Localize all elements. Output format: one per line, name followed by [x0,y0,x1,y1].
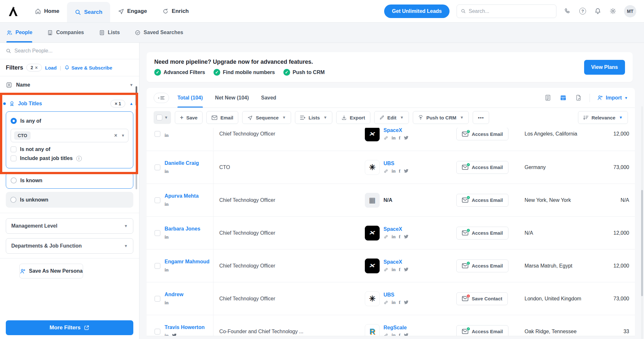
row-checkbox[interactable] [155,165,160,170]
linkedin-icon[interactable]: in [392,300,396,305]
twitter-icon[interactable] [404,169,409,173]
sidebar-scrollbar[interactable] [136,109,137,189]
departments-select[interactable]: Departments & Job Function ▼ [6,238,133,254]
twitter-icon[interactable] [404,333,409,336]
collapse-filters-button[interactable]: ‹ [154,93,169,103]
row-checkbox[interactable] [155,329,160,334]
link-icon[interactable] [384,300,388,305]
row-checkbox[interactable] [155,197,160,203]
radio-unselected-icon[interactable] [11,177,17,184]
import-button[interactable]: Import ▼ [597,95,628,101]
facebook-icon[interactable]: f [399,234,401,240]
tab-lists[interactable]: Lists [99,23,120,42]
access-email-button[interactable]: ✓Access Email [456,161,508,174]
link-icon[interactable] [384,267,388,272]
option-is-unknown[interactable]: Is unknown [10,195,129,204]
access-email-button[interactable]: ✓Access Email [456,194,508,207]
company-logo[interactable] [365,160,380,175]
select-all-checkbox[interactable] [156,115,162,120]
job-titles-count-pill[interactable]: × 1 [110,100,125,108]
row-checkbox[interactable] [155,296,160,302]
company-name-link[interactable]: SpaceX [384,226,409,232]
save-as-new-persona-button[interactable]: Save As New Persona [19,264,83,278]
management-level-select[interactable]: Management Level ▼ [6,218,133,234]
tab-saved[interactable]: Saved [261,88,276,108]
search-people-box[interactable] [0,43,139,59]
job-title-chip[interactable]: CTO [14,131,31,140]
linkedin-icon[interactable]: in [392,168,396,174]
twitter-icon[interactable] [404,268,409,272]
linkedin-icon[interactable]: in [165,133,169,138]
nav-tab-engage[interactable]: Engage [110,0,155,22]
linkedin-icon[interactable]: in [165,234,169,240]
more-filters-button[interactable]: More Filters [6,320,133,335]
settings-button[interactable] [609,7,617,15]
export-button[interactable]: Export [336,111,370,124]
job-title-tag-input[interactable]: CTO × ▼ [11,129,128,142]
radio-unselected-icon[interactable] [10,197,16,203]
facebook-icon[interactable]: f [399,267,401,272]
person-name-link[interactable]: Travis Howerton [165,325,210,330]
access-email-button[interactable]: ✓Access Email [456,128,508,140]
facebook-icon[interactable]: f [399,135,401,141]
company-name-link[interactable]: SpaceX [384,128,409,133]
access-email-button[interactable]: ✓Access Email [456,325,508,336]
row-checkbox[interactable] [155,263,160,269]
option-include-past-titles[interactable]: Include past job titles i [11,154,128,163]
tab-net-new[interactable]: Net New (104) [215,88,249,108]
chevron-up-icon[interactable]: ▲ [129,101,133,106]
company-name-link[interactable]: SpaceX [384,259,409,265]
nav-tab-search[interactable]: Search [67,2,110,22]
notifications-button[interactable] [594,7,602,15]
person-name-link[interactable]: Apurva Mehta [165,193,210,199]
info-icon[interactable]: i [76,156,82,161]
twitter-icon[interactable] [404,300,409,305]
save-subscribe-button[interactable]: Save & Subscribe [64,65,112,71]
main-scrollbar[interactable] [641,106,643,339]
clear-tags-icon[interactable]: × [114,133,117,138]
list-view-button[interactable] [544,94,552,102]
save-button[interactable]: +Save [175,111,203,124]
access-email-button[interactable]: ✓Access Email [456,227,508,240]
twitter-icon[interactable] [404,136,409,140]
sequence-button[interactable]: Sequence ▼ [242,111,291,124]
link-icon[interactable] [384,333,388,336]
linkedin-icon[interactable]: in [165,169,169,174]
filters-count-pill[interactable]: 2× [26,64,42,71]
company-logo[interactable] [365,291,380,306]
company-name-link[interactable]: UBS [384,292,409,298]
linkedin-icon[interactable]: in [392,135,396,141]
filter-job-titles-header[interactable]: Job Titles × 1 ▲ [6,98,133,111]
linkedin-icon[interactable]: in [165,267,169,273]
link-icon[interactable] [384,234,388,239]
dialer-button[interactable] [564,7,572,15]
access-email-button[interactable]: ✓Access Email [456,259,508,272]
table-view-button[interactable] [559,94,567,102]
tab-saved-searches[interactable]: Saved Searches [135,23,183,42]
twitter-icon[interactable] [404,235,409,239]
more-actions-button[interactable]: ••• [473,111,489,124]
company-logo[interactable] [365,226,380,240]
chevron-down-icon[interactable]: ▼ [121,133,125,138]
company-logo[interactable] [365,128,380,141]
edit-button[interactable]: Edit ▼ [374,111,409,124]
checkbox-unchecked[interactable] [11,155,16,161]
link-icon[interactable] [384,169,388,174]
company-name-link[interactable]: RegScale [384,325,409,331]
row-checkbox[interactable] [155,131,160,137]
help-button[interactable]: ? [579,7,587,15]
view-plans-button[interactable]: View Plans [584,60,625,75]
global-search[interactable] [457,5,556,18]
checkbox-unchecked[interactable] [11,146,16,152]
search-people-input[interactable] [14,48,133,54]
sort-button[interactable]: Relevance ▼ [578,111,628,124]
linkedin-icon[interactable]: in [392,267,396,272]
doc-edit-view-button[interactable] [574,94,582,102]
option-is-known[interactable]: Is known [11,176,128,185]
tab-total[interactable]: Total (104) [177,88,203,108]
linkedin-icon[interactable]: in [165,300,169,306]
lists-button[interactable]: Lists ▼ [295,111,332,124]
tab-people[interactable]: People [6,23,32,42]
row-checkbox[interactable] [155,230,160,236]
radio-selected-icon[interactable] [11,118,17,124]
